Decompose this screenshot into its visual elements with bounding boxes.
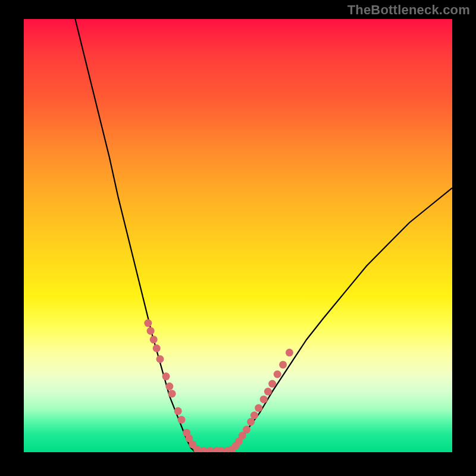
data-dot bbox=[268, 380, 276, 388]
curve-svg bbox=[24, 19, 452, 452]
data-dot bbox=[174, 407, 182, 415]
data-dot bbox=[255, 404, 262, 412]
bottleneck-curve bbox=[75, 19, 452, 452]
data-dot bbox=[279, 361, 287, 368]
data-dot bbox=[250, 412, 258, 419]
data-dot bbox=[243, 426, 250, 434]
watermark-text: TheBottleneck.com bbox=[347, 2, 470, 18]
data-dot bbox=[156, 355, 164, 363]
dots-left-group bbox=[144, 320, 224, 452]
data-dot bbox=[264, 388, 272, 396]
data-dot bbox=[168, 390, 176, 397]
data-dot bbox=[150, 336, 158, 343]
data-dot bbox=[286, 349, 293, 356]
data-dot bbox=[162, 372, 170, 380]
data-dot bbox=[147, 327, 155, 335]
data-dot bbox=[165, 383, 173, 390]
dots-right-group bbox=[224, 349, 293, 452]
chart-frame: TheBottleneck.com bbox=[0, 0, 476, 476]
data-dot bbox=[260, 396, 268, 403]
data-dot bbox=[274, 371, 281, 378]
plot-area bbox=[24, 19, 452, 452]
data-dot bbox=[144, 320, 152, 327]
data-dot bbox=[153, 345, 161, 352]
data-dot bbox=[178, 416, 186, 424]
